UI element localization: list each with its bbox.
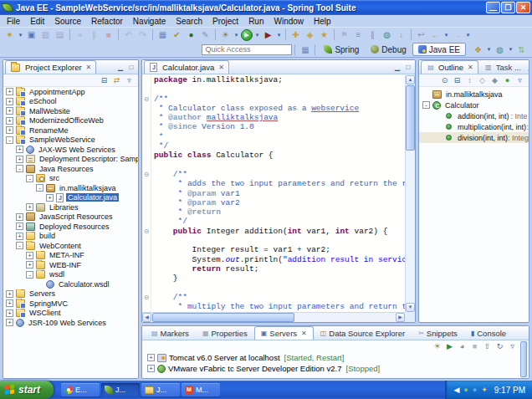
mark-occurrences-icon[interactable]: ≡ — [352, 28, 365, 41]
start-button[interactable]: start — [0, 381, 54, 399]
outline-item-multiplication-int-int[interactable]: multiplication(int, int) : — [419, 121, 529, 132]
tree-item-java-resources[interactable]: -Java Resources — [3, 164, 138, 174]
tree-item-meta-inf[interactable]: +META-INF — [3, 251, 138, 261]
open-web-browser-icon[interactable]: ◍ — [381, 28, 393, 41]
show-annotations-icon[interactable]: ∥ — [366, 28, 379, 41]
clean-icon[interactable]: ↻ — [494, 341, 505, 352]
debug-icon[interactable]: ☀ — [219, 28, 232, 41]
expand-icon[interactable]: + — [6, 319, 13, 326]
spring-validate-icon[interactable]: ✔ — [171, 28, 183, 41]
open-perspective-icon[interactable]: ▦ — [299, 43, 311, 56]
security-icon[interactable]: ● — [463, 386, 468, 394]
menu-search[interactable]: Search — [171, 17, 207, 26]
redo-icon[interactable]: ↷ — [136, 28, 149, 41]
tree-item-appointmentapp[interactable]: +AppointmentApp — [3, 87, 138, 97]
tree-item-wsdl[interactable]: -wsdl — [3, 270, 138, 280]
maximize-view-icon[interactable]: □ — [126, 63, 136, 72]
network-icon[interactable]: ● — [473, 386, 477, 394]
taskbar-button-spring[interactable]: J... — [101, 383, 140, 396]
tree-item-renameme[interactable]: +RenameMe — [3, 125, 138, 136]
tree-item-src[interactable]: -src — [3, 174, 138, 184]
tab-calculator-java[interactable]: Calculator.java ✕ — [144, 60, 229, 74]
menu-window[interactable]: Window — [269, 17, 309, 26]
tree-item-servers[interactable]: +Servers — [3, 289, 138, 299]
menu-refactor[interactable]: Refactor — [86, 17, 128, 26]
expand-icon[interactable]: + — [147, 354, 155, 361]
forward-icon[interactable]: → — [451, 28, 463, 41]
quick-access-input[interactable] — [202, 44, 292, 55]
outline-item-division-int-int[interactable]: division(int, int) : Integ — [419, 132, 529, 143]
dropdown-icon[interactable]: ▾ — [508, 43, 514, 56]
fold-collapse-icon[interactable]: ⊖ — [142, 95, 151, 104]
tree-item-eschool[interactable]: +eSchool — [3, 97, 138, 107]
open-type-icon[interactable]: ◈ — [304, 28, 316, 41]
save-icon[interactable]: ▣ — [25, 28, 38, 41]
servers-scrollbar[interactable] — [520, 341, 528, 377]
pin-editor-icon[interactable]: ⚑ — [338, 28, 350, 41]
tab-task-list[interactable]: ▥ Task ... — [478, 60, 526, 74]
scrollbar-thumb[interactable] — [406, 85, 415, 151]
dropdown-icon[interactable]: ▾ — [233, 28, 239, 41]
dropdown-icon[interactable]: ▾ — [276, 28, 282, 41]
maximize-view-icon[interactable]: □ — [403, 63, 413, 72]
back-icon[interactable]: ← — [429, 28, 442, 41]
tab-markers[interactable]: ▤Markers — [145, 326, 196, 340]
scroll-right-icon[interactable]: ▶ — [396, 313, 405, 322]
new-table-icon[interactable]: ▦ — [156, 28, 169, 41]
perspective-spring[interactable]: Spring — [318, 43, 365, 56]
tree-item-modernizedofficeweb[interactable]: +ModernizedOfficeWeb — [3, 116, 138, 126]
server-row-tomcat-v6-0-server-at-localhost[interactable]: +Tomcat v6.0 Server at localhost[Started… — [142, 352, 529, 363]
tree-item-samplewebservice[interactable]: -SampleWebService — [3, 136, 138, 146]
help-search-icon[interactable]: ◍ — [494, 43, 506, 56]
view-menu-icon[interactable]: ▿ — [507, 341, 518, 352]
outline-item-in-malliktalksjava[interactable]: in.malliktalksjava — [419, 89, 529, 100]
dropdown-icon[interactable]: ▾ — [443, 28, 449, 41]
collapse-icon[interactable]: - — [16, 242, 23, 249]
run-icon[interactable]: ▶ — [241, 29, 253, 41]
expand-icon[interactable]: + — [6, 88, 13, 95]
tree-item-webcontent[interactable]: -WebContent — [3, 241, 138, 251]
expand-icon[interactable]: + — [6, 126, 13, 134]
focus-icon[interactable]: ⊙ — [439, 75, 450, 86]
perspective-debug[interactable]: Debug — [365, 43, 412, 56]
tree-item-wsclient[interactable]: +WSClient — [3, 309, 138, 319]
scroll-down-icon[interactable]: ▼ — [406, 303, 415, 312]
menu-project[interactable]: Project — [207, 17, 243, 26]
close-tab-icon[interactable]: ✕ — [86, 64, 92, 71]
menu-run[interactable]: Run — [243, 17, 269, 26]
expand-icon[interactable]: + — [6, 107, 13, 115]
outline-item-addition-int-int[interactable]: addition(int, int) : Inte — [419, 110, 529, 121]
collapse-all-icon[interactable]: ⊟ — [452, 75, 463, 86]
tab-outline[interactable]: ▤ Outline ✕ — [421, 60, 478, 74]
tree-item-springmvc[interactable]: +SpringMVC — [3, 299, 138, 309]
sort-icon[interactable]: ↕ — [464, 75, 475, 86]
expand-icon[interactable]: + — [6, 117, 13, 125]
publish-icon[interactable]: ⇧ — [482, 341, 493, 352]
expand-icon[interactable]: + — [26, 203, 33, 211]
hide-static-icon[interactable]: ◆ — [489, 75, 500, 86]
expand-icon[interactable]: + — [6, 98, 13, 105]
expand-icon[interactable]: + — [26, 252, 33, 259]
new-java-project-icon[interactable]: ✚ — [289, 28, 302, 41]
view-menu-icon[interactable]: ▿ — [124, 75, 135, 86]
fold-collapse-icon[interactable]: ⊖ — [142, 227, 151, 236]
fold-collapse-icon[interactable]: ⊖ — [142, 170, 151, 179]
collapse-icon[interactable]: - — [6, 136, 13, 144]
tab-snippets[interactable]: ✂Snippets — [412, 326, 464, 340]
maximize-button[interactable]: ❐ — [501, 2, 515, 13]
tree-item-jax-ws-web-services[interactable]: +JAX-WS Web Services — [3, 145, 138, 155]
collapse-icon[interactable]: - — [16, 165, 23, 172]
collapse-all-icon[interactable]: ⊟ — [99, 75, 110, 86]
dropdown-icon[interactable]: ▾ — [254, 28, 260, 41]
start-server-icon[interactable]: ▶ — [444, 341, 455, 352]
fold-collapse-icon[interactable]: ⊖ — [142, 293, 151, 302]
expand-icon[interactable]: + — [147, 365, 155, 372]
close-tab-icon[interactable]: ✕ — [468, 64, 473, 71]
title-bar[interactable]: Java EE - SampleWebService/src/in/mallik… — [0, 0, 532, 15]
profile-server-icon[interactable]: ◕ — [457, 341, 468, 352]
tree-item-in-malliktalksjava[interactable]: -in.malliktalksjava — [3, 183, 138, 193]
tab-data-source-explorer[interactable]: ◫Data Source Explorer — [314, 326, 412, 340]
new-wizard-icon[interactable]: ✶ — [3, 28, 16, 41]
terminate-icon[interactable]: ■ — [102, 28, 115, 41]
print-icon[interactable]: ▤ — [54, 28, 66, 41]
